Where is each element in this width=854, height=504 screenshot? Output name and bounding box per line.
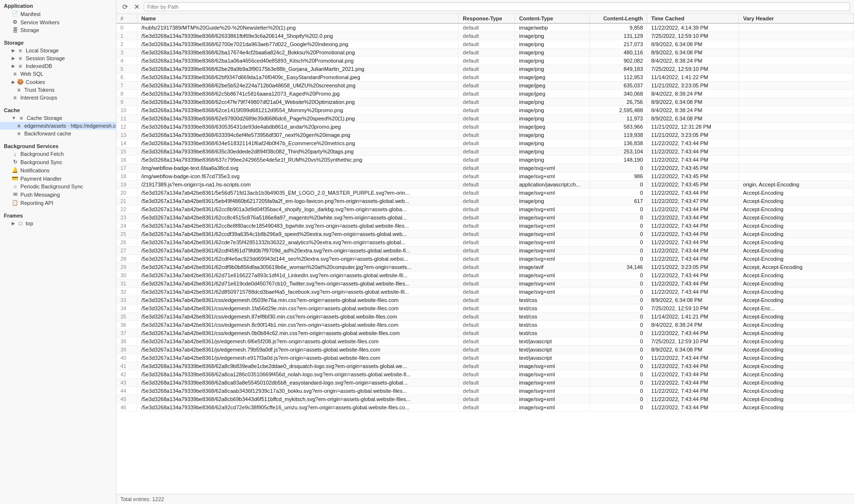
cell-response-type: default: [459, 197, 515, 205]
cell-name: /5e3d3267a134a7ab42be8361/62cde7e35f4285…: [137, 238, 459, 247]
table-row[interactable]: 23/5e3d3267a134a7ab42be8361/62cc8c4515c8…: [117, 214, 854, 222]
table-row[interactable]: 3/5e3d3268a134a79339be8368/62ba17674e4cf…: [117, 49, 854, 57]
table-row[interactable]: 11/5e3d3268a134a79339be8368/62e97800d268…: [117, 115, 854, 123]
sidebar-item-back-forward[interactable]: ≡ Back/forward cache: [0, 130, 116, 137]
cell-num: 11: [117, 115, 137, 123]
cell-content-type: image/png: [515, 115, 590, 123]
table-row[interactable]: 20/5e3d3267a134a7ab42be8361/5e56d571fd13…: [117, 189, 854, 197]
sidebar-item-service-workers[interactable]: ⚙ Service Workers: [0, 18, 116, 26]
table-row[interactable]: 7/5e3d3268a134a79339be8368/62be5b524e224…: [117, 82, 854, 90]
cell-name: /5e3d3267a134a7ab42be8361/css/edgemesh.0…: [137, 329, 459, 337]
table-row[interactable]: 2/5e3d3268a134a79339be8368/62700e7021da9…: [117, 40, 854, 49]
table-row[interactable]: 19/21917389.js?em-origin=js-na1.hs-scrip…: [117, 181, 854, 189]
table-row[interactable]: 28/5e3d3267a134a7ab42be8361/62cdf4e6ac92…: [117, 255, 854, 263]
table-row[interactable]: 40/5e3d3267a134a7ab42be8361/js/edgemesh.…: [117, 354, 854, 362]
table-row[interactable]: 5/5e3d3268a134a79339be8368/62be28a9b9a3f…: [117, 65, 854, 73]
cell-name: /5e3d3268a134a79339be8368/62cc47fe79f749…: [137, 98, 459, 106]
filter-input[interactable]: [144, 2, 850, 11]
table-container[interactable]: # Name Response-Type Content-Type Conten…: [117, 14, 854, 494]
sidebar-item-cookies[interactable]: ▶ 🍪 Cookies: [0, 78, 116, 86]
table-row[interactable]: 17/img/webflow-badge-text.6faa6a38cd.svg…: [117, 164, 854, 172]
refresh-button[interactable]: ⟳: [120, 2, 130, 12]
clear-button[interactable]: ✕: [132, 2, 142, 12]
table-row[interactable]: 24/5e3d3267a134a7ab42be8361/62cc8e8f80ac…: [117, 222, 854, 230]
col-header-vary-header[interactable]: Vary Header: [739, 14, 854, 23]
sidebar-item-push-messaging[interactable]: ✉ Push Messaging: [0, 190, 116, 199]
table-row[interactable]: 32/5e3d3267a134a7ab42be8361/62d850971578…: [117, 288, 854, 296]
table-row[interactable]: 34/5e3d3267a134a7ab42be8361/css/edgemesh…: [117, 304, 854, 313]
sidebar-item-reporting-api[interactable]: 📋 Reporting API: [0, 199, 116, 207]
cell-vary-header: Accept-Encoding: [739, 197, 854, 205]
cell-vary-header: [739, 32, 854, 40]
table-row[interactable]: 39/5e3d3267a134a7ab42be8361/js/edgemesh.…: [117, 346, 854, 354]
cell-content-type: text/css: [515, 304, 590, 313]
table-row[interactable]: 42/5e3d3268a134a79339be8368/62a8ca1286c0…: [117, 370, 854, 379]
sidebar-item-cache-edgemesh[interactable]: ≡ edgemesh/assets · https://edgemesh.com: [0, 122, 116, 130]
cell-content-type: image/jpeg: [515, 82, 590, 90]
sidebar-item-web-sql[interactable]: ≡ Web SQL: [0, 70, 116, 78]
sidebar-item-trust-tokens[interactable]: ≡ Trust Tokens: [0, 86, 116, 94]
table-row[interactable]: 6/5e3d3268a134a79339be8368/62bf9347d669d…: [117, 73, 854, 82]
table-row[interactable]: 43/5e3d3268a134a79339be8368/62a8ca83a8e5…: [117, 379, 854, 387]
table-row[interactable]: 4/5e3d3268a134a79339be8368/62ba1a06a4656…: [117, 57, 854, 65]
col-header-time-cached[interactable]: Time Cached: [647, 14, 739, 23]
cell-response-type: default: [459, 238, 515, 247]
col-header-num[interactable]: #: [117, 14, 137, 23]
sidebar-item-indexeddb[interactable]: ▶ ≡ IndexedDB: [0, 62, 116, 70]
table-row[interactable]: 33/5e3d3267a134a7ab42be8361/css/edgemesh…: [117, 296, 854, 304]
cell-content-length: 0: [590, 288, 647, 296]
table-row[interactable]: 25/5e3d3267a134a7ab42be8361/62ccdf39a635…: [117, 230, 854, 238]
cookies-label: Cookies: [26, 79, 45, 85]
table-row[interactable]: 30/5e3d3267a134a7ab42be8361/62d71e616622…: [117, 271, 854, 280]
table-row[interactable]: 44/5e3d3268a134a79339be8368/62a8caab3436…: [117, 387, 854, 395]
table-row[interactable]: 31/5e3d3267a134a7ab42be8361/62d71e619cde…: [117, 280, 854, 288]
table-row[interactable]: 29/5e3d3267a134a7ab42be8361/62cdf9b0b856…: [117, 263, 854, 271]
sidebar-item-local-storage[interactable]: ▶ ≡ Local Storage: [0, 47, 116, 54]
col-header-name[interactable]: Name: [137, 14, 459, 23]
sidebar-item-interest-groups[interactable]: ≡ Interest Groups: [0, 94, 116, 101]
sidebar-item-periodic-bg-sync[interactable]: ○ Periodic Background Sync: [0, 183, 116, 190]
table-row[interactable]: 41/5e3d3268a134a79339be8368/62a8c9b839ea…: [117, 362, 854, 370]
table-row[interactable]: 8/5e3d3268a134a79339be8368/62c5b86741c58…: [117, 90, 854, 98]
table-row[interactable]: 22/5e3d3267a134a7ab42be8361/62cc8b901a3d…: [117, 205, 854, 214]
table-row[interactable]: 27/5e3d3267a134a7ab42be8361/62cdf45f61d7…: [117, 247, 854, 255]
col-header-content-type[interactable]: Content-Type: [515, 14, 590, 23]
table-row[interactable]: 37/5e3d3267a134a7ab42be8361/css/edgemesh…: [117, 329, 854, 337]
sidebar-item-cache-storage[interactable]: ▼ ≡ Cache Storage: [0, 114, 116, 122]
table-row[interactable]: 14/5e3d3268a134a79339be8368/634e51832114…: [117, 139, 854, 148]
cell-content-type: image/png: [515, 49, 590, 57]
table-row[interactable]: 45/5e3d3268a134a79339be8368/62a8cb69b344…: [117, 395, 854, 403]
cell-name: /5e3d3267a134a7ab42be8361/css/edgemesh.8…: [137, 313, 459, 321]
table-row[interactable]: 36/5e3d3267a134a7ab42be8361/css/edgemesh…: [117, 321, 854, 329]
col-header-response-type[interactable]: Response-Type: [459, 14, 515, 23]
table-row[interactable]: 16/5e3d3268a134a79339be8368/637c799ee242…: [117, 156, 854, 164]
table-row[interactable]: 1/5e3d3268a134a79339be8368/62633861fbf69…: [117, 32, 854, 40]
sidebar-item-session-storage[interactable]: ▶ ≡ Session Storage: [0, 54, 116, 62]
table-row[interactable]: 38/5e3d3267a134a7ab42be8361/js/edgemesh.…: [117, 337, 854, 346]
sidebar-item-bg-sync[interactable]: ↻ Background Sync: [0, 158, 116, 166]
table-row[interactable]: 46/5e3d3268a134a79339be8368/62a92cd72e9c…: [117, 403, 854, 412]
push-messaging-icon: ✉: [12, 191, 18, 198]
table-row[interactable]: 12/5e3d3268a134a79339be8368/630535431de9…: [117, 123, 854, 131]
table-row[interactable]: 18/img/webflow-badge-icon.f67cd735e3.svg…: [117, 172, 854, 181]
sidebar-item-storage[interactable]: 🗄 Storage: [0, 26, 116, 34]
table-row[interactable]: 15/5e3d3268a134a79339be8368/635c30eddede…: [117, 148, 854, 156]
table-row[interactable]: 0/hubfs/21917389/MTM%20Guide%20-%20Newsl…: [117, 23, 854, 32]
table-row[interactable]: 35/5e3d3267a134a7ab42be8361/css/edgemesh…: [117, 313, 854, 321]
sidebar-item-payment-handler[interactable]: 💳 Payment Handler: [0, 174, 116, 183]
col-header-content-length[interactable]: Content-Length: [590, 14, 647, 23]
cell-time-cached: 11/22/2022, 7:43:44 PM: [647, 395, 739, 403]
cell-num: 34: [117, 304, 137, 313]
table-row[interactable]: 13/5e3d3268a134a79339be8368/633394c6ef4f…: [117, 131, 854, 139]
cell-name: /5e3d3268a134a79339be8368/62a8c9b839ea8e…: [137, 362, 459, 370]
sidebar-item-notifications[interactable]: 🔔 Notifications: [0, 166, 116, 174]
table-row[interactable]: 9/5e3d3268a134a79339be8368/62cc47fe79f74…: [117, 98, 854, 106]
cell-vary-header: [739, 164, 854, 172]
sidebar-item-bg-fetch[interactable]: ↓ Background Fetch: [0, 150, 116, 158]
table-row[interactable]: 21/5e3d3267a134a7ab42be8361/5eb49f4860b6…: [117, 197, 854, 205]
sidebar-item-top-frame[interactable]: ▶ □ top: [0, 219, 116, 227]
cell-content-length: 0: [590, 247, 647, 255]
table-row[interactable]: 26/5e3d3267a134a7ab42be8361/62cde7e35f42…: [117, 238, 854, 247]
table-row[interactable]: 10/5e3d3268a134a79339be8368/62ce1415f099…: [117, 106, 854, 115]
sidebar-item-manifest[interactable]: 📄 Manifest: [0, 10, 116, 18]
